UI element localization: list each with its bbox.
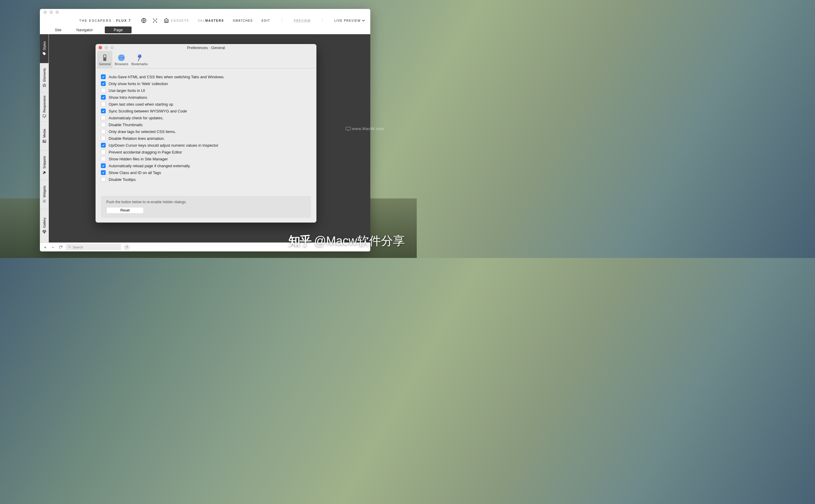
checkbox[interactable] xyxy=(101,163,106,168)
svg-point-17 xyxy=(138,54,141,58)
pref-check-row: Disable Relation lines animation. xyxy=(101,136,311,141)
sidebar-item-gallery[interactable]: Gallery xyxy=(40,209,48,242)
checkbox[interactable] xyxy=(101,150,106,154)
pref-close-button[interactable] xyxy=(98,46,102,49)
pref-tab-bookmarks[interactable]: Bookmarks xyxy=(131,51,148,68)
reset-hint: Push the button below to re-enable hidde… xyxy=(106,200,306,204)
svg-point-18 xyxy=(138,55,140,56)
gear-icon xyxy=(42,199,46,203)
checkbox-label: Only show fonts in 'Web' collection xyxy=(109,82,168,86)
checkbox[interactable] xyxy=(101,102,106,107)
globe-icon xyxy=(118,54,125,62)
window-zoom-button[interactable] xyxy=(55,10,59,14)
window-close-button[interactable] xyxy=(43,10,47,14)
pref-check-row: Auto-Save HTML and CSS files when switch… xyxy=(101,74,311,79)
checkbox[interactable] xyxy=(101,143,106,148)
pref-check-row: Automaticaly check for updates. xyxy=(101,115,311,120)
add-button[interactable]: + xyxy=(43,245,48,250)
tab-page[interactable]: Page xyxy=(105,26,132,33)
toolbar-separator xyxy=(282,18,282,23)
menu-swatches[interactable]: SWATCHES xyxy=(233,19,253,22)
checkbox-label: Show Hidden files in Site Manager xyxy=(109,157,168,161)
remove-button[interactable]: − xyxy=(51,245,55,250)
checkbox[interactable] xyxy=(101,136,106,141)
svg-rect-19 xyxy=(346,127,351,130)
checkbox[interactable] xyxy=(101,88,106,93)
pref-check-row: Show Hidden files in Site Manager xyxy=(101,156,311,161)
star-icon xyxy=(42,83,46,87)
pen-icon xyxy=(42,170,46,175)
menu-preview[interactable]: PREVIEW xyxy=(294,19,311,22)
checkbox-label: Up/Down Cursor keys should adjust numeri… xyxy=(109,143,218,148)
pref-check-row: Up/Down Cursor keys should adjust numeri… xyxy=(101,143,311,148)
refresh-icon xyxy=(59,245,63,249)
diamond-icon xyxy=(42,230,46,234)
checkbox-label: Automatically reload page if changed ext… xyxy=(109,164,190,168)
checkbox-label: Open last sites used when starting up xyxy=(109,102,173,107)
svg-point-11 xyxy=(69,246,71,248)
sidebar-item-elements[interactable]: Elements xyxy=(40,63,48,93)
pref-check-row: Use larger fonts in UI xyxy=(101,88,311,93)
menu-masters[interactable]: VALMASTERS xyxy=(198,19,224,22)
pref-tab-browsers[interactable]: Browsers xyxy=(114,51,129,68)
view-tabs: Site Navigator Page xyxy=(40,26,370,34)
reset-section: Push the button below to re-enable hidde… xyxy=(101,196,311,218)
checkbox[interactable] xyxy=(101,109,106,113)
sidebar-item-snippets[interactable]: Snippets xyxy=(40,151,48,180)
pref-check-row: Disable Tooltips xyxy=(101,177,311,182)
checkbox[interactable] xyxy=(101,115,106,120)
checkbox-label: Show Intro Animations xyxy=(109,95,147,100)
checkbox-label: Use larger fonts in UI xyxy=(109,88,145,93)
pushpin-icon xyxy=(136,54,143,62)
tab-navigator[interactable]: Navigator xyxy=(73,26,96,33)
preferences-title: Preferences : General xyxy=(187,46,225,50)
sidebar-item-styles[interactable]: Styles xyxy=(40,34,48,63)
toolbar-icon-group xyxy=(141,18,169,23)
library-icon[interactable] xyxy=(164,18,169,23)
checkbox[interactable] xyxy=(101,170,106,175)
main-titlebar xyxy=(40,9,370,15)
tag-icon xyxy=(42,52,46,56)
svg-rect-7 xyxy=(43,115,46,117)
checkbox-label: Auto-Save HTML and CSS files when switch… xyxy=(109,75,224,79)
checkbox[interactable] xyxy=(101,74,106,79)
search-input[interactable]: Search xyxy=(66,244,121,250)
checkbox-label: Disable Tooltips xyxy=(109,177,136,182)
checkbox[interactable] xyxy=(101,129,106,134)
menu-live-preview[interactable]: LIVE PREVIEW xyxy=(334,19,365,22)
checkbox-label: Prevent accidental dragging in Page Edit… xyxy=(109,150,182,154)
pref-check-row: Sync Scrolling between WYSIWYG and Code xyxy=(101,109,311,113)
reset-button[interactable]: Reset xyxy=(106,207,144,214)
menu-code[interactable]: CASSETS xyxy=(171,19,189,22)
checkbox[interactable] xyxy=(101,81,106,86)
refresh-button[interactable] xyxy=(58,245,63,250)
checkbox[interactable] xyxy=(101,177,106,182)
checkbox[interactable] xyxy=(101,95,106,100)
tab-site[interactable]: Site xyxy=(52,26,64,33)
menu-edit[interactable]: EDIT xyxy=(262,19,270,22)
pref-tab-general[interactable]: General xyxy=(97,51,112,68)
svg-rect-13 xyxy=(104,55,106,57)
sidebar-item-responsive[interactable]: Responsive xyxy=(40,93,48,122)
checkbox-label: Only draw tags for selected CSS items. xyxy=(109,129,176,134)
window-minimize-button[interactable] xyxy=(49,10,53,14)
sidebar-item-widgets[interactable]: Widgets xyxy=(40,180,48,209)
toolbar-separator xyxy=(322,18,323,23)
globe-icon[interactable] xyxy=(141,18,146,23)
pref-zoom-button[interactable] xyxy=(110,46,114,49)
checkbox[interactable] xyxy=(101,122,106,127)
checkbox-label: Disable Thumbnails xyxy=(109,123,143,127)
checkbox-label: Automaticaly check for updates. xyxy=(109,116,163,120)
sidebar-item-media[interactable]: Media xyxy=(40,122,48,151)
pref-check-row: Show Class and ID on all Tags xyxy=(101,170,311,175)
help-button[interactable]: ? xyxy=(124,245,130,250)
checkbox[interactable] xyxy=(101,156,106,161)
pref-check-row: Disable Thumbnails xyxy=(101,122,311,127)
watermark-macw: www.MacW.com xyxy=(345,126,384,131)
image-icon xyxy=(42,139,46,143)
left-sidebar: Styles Elements Responsive Media Snippet… xyxy=(40,34,49,242)
pref-minimize-button[interactable] xyxy=(104,46,108,49)
nodes-icon[interactable] xyxy=(152,18,158,23)
switch-icon xyxy=(101,54,109,62)
checkbox-label: Show Class and ID on all Tags xyxy=(109,170,161,175)
